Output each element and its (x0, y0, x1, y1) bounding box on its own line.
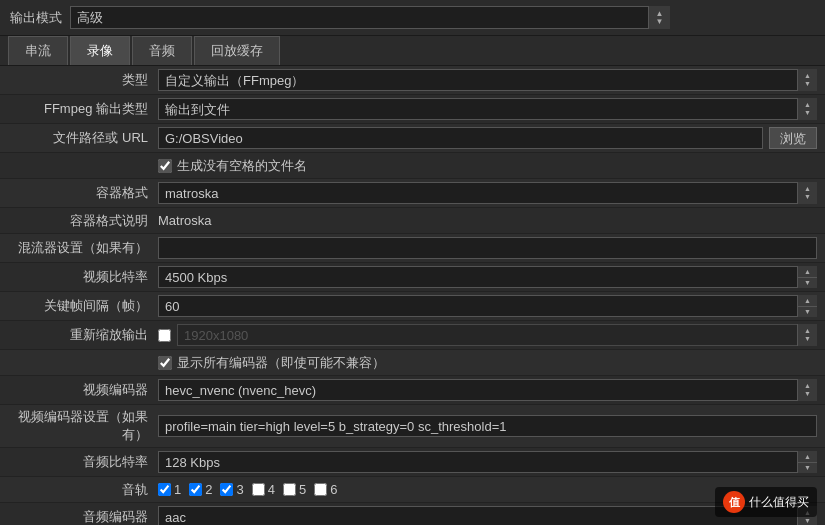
type-content: 自定义输出（FFmpeg） ▲ ▼ (158, 69, 817, 91)
tracks-row: 1 2 3 4 5 (158, 482, 337, 497)
mixer-settings-content (158, 237, 817, 259)
video-encoder-settings-content (158, 415, 817, 437)
file-path-input[interactable] (158, 127, 763, 149)
tab-replay[interactable]: 回放缓存 (194, 36, 280, 65)
ffmpeg-output-type-row: FFmpeg 输出类型 输出到文件 ▲ ▼ (0, 95, 825, 124)
track-5-checkbox[interactable] (283, 483, 296, 496)
show-all-encoders-content: 显示所有编码器（即使可能不兼容） (158, 354, 817, 372)
output-mode-label: 输出模式 (10, 9, 70, 27)
track-4-checkbox[interactable] (252, 483, 265, 496)
container-format-desc-label: 容器格式说明 (8, 212, 158, 230)
browse-button[interactable]: 浏览 (769, 127, 817, 149)
file-path-content: 浏览 (158, 127, 817, 149)
track-6-checkbox[interactable] (314, 483, 327, 496)
watermark-icon: 值 (723, 491, 745, 513)
video-encoder-select-wrapper: hevc_nvenc (nvenc_hevc) ▲ ▼ (158, 379, 817, 401)
type-label: 类型 (8, 71, 158, 89)
no-space-checkbox-row: 生成没有空格的文件名 (158, 157, 307, 175)
type-select[interactable]: 自定义输出（FFmpeg） (158, 69, 817, 91)
keyframe-interval-up[interactable]: ▲ (798, 295, 817, 307)
tab-audio[interactable]: 音频 (132, 36, 192, 65)
no-space-checkbox[interactable] (158, 159, 172, 173)
mixer-settings-label: 混流器设置（如果有） (8, 239, 158, 257)
audio-encoder-row: 音频编码器 aac ▲ ▼ (0, 503, 825, 525)
keyframe-interval-content: ▲ ▼ (158, 295, 817, 317)
mixer-settings-input[interactable] (158, 237, 817, 259)
track-6: 6 (314, 482, 337, 497)
top-bar: 输出模式 高级 ▲ ▼ (0, 0, 825, 36)
track-6-label: 6 (330, 482, 337, 497)
track-1-checkbox[interactable] (158, 483, 171, 496)
tab-record[interactable]: 录像 (70, 36, 130, 65)
show-all-encoders-label-text: 显示所有编码器（即使可能不兼容） (177, 354, 385, 372)
container-format-content: matroska ▲ ▼ (158, 182, 817, 204)
audio-bitrate-input[interactable] (158, 451, 817, 473)
no-space-checkbox-label: 生成没有空格的文件名 (177, 157, 307, 175)
mixer-settings-row: 混流器设置（如果有） (0, 234, 825, 263)
container-format-select-wrapper: matroska ▲ ▼ (158, 182, 817, 204)
rescale-resolution-wrapper: 1920x1080 ▲ ▼ (177, 324, 817, 346)
audio-bitrate-down[interactable]: ▼ (798, 463, 817, 474)
track-3: 3 (220, 482, 243, 497)
track-3-label: 3 (236, 482, 243, 497)
file-input-row: 浏览 (158, 127, 817, 149)
video-bitrate-label: 视频比特率 (8, 268, 158, 286)
video-bitrate-spinner: ▲ ▼ (158, 266, 817, 288)
container-format-desc-value: Matroska (158, 213, 211, 228)
keyframe-interval-down[interactable]: ▼ (798, 307, 817, 318)
video-encoder-settings-input[interactable] (158, 415, 817, 437)
video-bitrate-input[interactable] (158, 266, 817, 288)
keyframe-interval-label: 关键帧间隔（帧） (8, 297, 158, 315)
watermark-text: 什么值得买 (749, 494, 809, 511)
ffmpeg-output-type-label: FFmpeg 输出类型 (8, 100, 158, 118)
settings-content: 类型 自定义输出（FFmpeg） ▲ ▼ FFmpeg 输出类型 输出到文件 (0, 66, 825, 525)
audio-bitrate-content: ▲ ▼ (158, 451, 817, 473)
audio-encoder-label: 音频编码器 (8, 508, 158, 525)
track-5-label: 5 (299, 482, 306, 497)
track-2: 2 (189, 482, 212, 497)
ffmpeg-output-type-select-wrapper: 输出到文件 ▲ ▼ (158, 98, 817, 120)
rescale-resolution-select[interactable]: 1920x1080 (177, 324, 817, 346)
track-3-checkbox[interactable] (220, 483, 233, 496)
track-1: 1 (158, 482, 181, 497)
container-format-desc-row: 容器格式说明 Matroska (0, 208, 825, 234)
type-row: 类型 自定义输出（FFmpeg） ▲ ▼ (0, 66, 825, 95)
rescale-output-row: 重新缩放输出 1920x1080 ▲ ▼ (0, 321, 825, 350)
audio-bitrate-spinner: ▲ ▼ (158, 451, 817, 473)
rescale-output-checkbox[interactable] (158, 329, 171, 342)
show-all-encoders-checkbox[interactable] (158, 356, 172, 370)
rescale-output-label: 重新缩放输出 (8, 326, 158, 344)
audio-bitrate-row: 音频比特率 ▲ ▼ (0, 448, 825, 477)
container-format-select[interactable]: matroska (158, 182, 817, 204)
type-select-wrapper: 自定义输出（FFmpeg） ▲ ▼ (158, 69, 817, 91)
audio-tracks-label: 音轨 (8, 481, 158, 499)
video-bitrate-down[interactable]: ▼ (798, 278, 817, 289)
audio-bitrate-up[interactable]: ▲ (798, 451, 817, 463)
video-bitrate-row: 视频比特率 ▲ ▼ (0, 263, 825, 292)
no-space-filename-content: 生成没有空格的文件名 (158, 157, 817, 175)
audio-bitrate-label: 音频比特率 (8, 453, 158, 471)
keyframe-interval-arrows: ▲ ▼ (797, 295, 817, 317)
keyframe-interval-input[interactable] (158, 295, 817, 317)
video-encoder-settings-row: 视频编码器设置（如果有） (0, 405, 825, 448)
container-format-desc-content: Matroska (158, 213, 817, 228)
video-encoder-settings-label: 视频编码器设置（如果有） (8, 408, 158, 444)
ffmpeg-output-type-select[interactable]: 输出到文件 (158, 98, 817, 120)
container-format-label: 容器格式 (8, 184, 158, 202)
file-path-label: 文件路径或 URL (8, 129, 158, 147)
tab-stream[interactable]: 串流 (8, 36, 68, 65)
keyframe-interval-spinner: ▲ ▼ (158, 295, 817, 317)
video-bitrate-content: ▲ ▼ (158, 266, 817, 288)
tabs-bar: 串流 录像 音频 回放缓存 (0, 36, 825, 66)
video-encoder-label: 视频编码器 (8, 381, 158, 399)
container-format-row: 容器格式 matroska ▲ ▼ (0, 179, 825, 208)
track-2-checkbox[interactable] (189, 483, 202, 496)
output-mode-select[interactable]: 高级 (70, 6, 670, 29)
no-space-filename-row: 生成没有空格的文件名 (0, 153, 825, 179)
video-encoder-content: hevc_nvenc (nvenc_hevc) ▲ ▼ (158, 379, 817, 401)
video-encoder-row: 视频编码器 hevc_nvenc (nvenc_hevc) ▲ ▼ (0, 376, 825, 405)
video-bitrate-up[interactable]: ▲ (798, 266, 817, 278)
output-mode-select-wrapper: 高级 ▲ ▼ (70, 6, 670, 29)
track-4-label: 4 (268, 482, 275, 497)
video-encoder-select[interactable]: hevc_nvenc (nvenc_hevc) (158, 379, 817, 401)
